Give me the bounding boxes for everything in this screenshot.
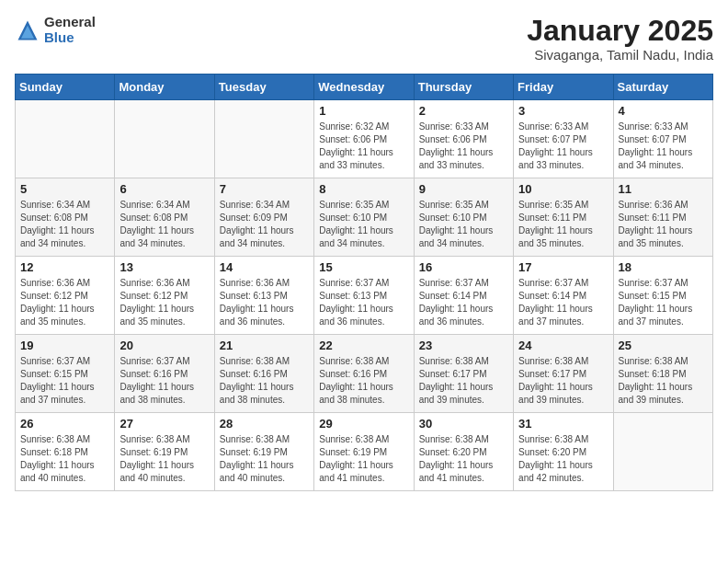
calendar-cell: 29Sunrise: 6:38 AM Sunset: 6:19 PM Dayli… — [314, 413, 414, 491]
header-friday: Friday — [514, 75, 613, 100]
day-number: 31 — [518, 417, 608, 431]
day-number: 24 — [518, 339, 608, 352]
calendar-cell: 7Sunrise: 6:34 AM Sunset: 6:09 PM Daylig… — [214, 178, 313, 257]
day-info: Sunrise: 6:32 AM Sunset: 6:06 PM Dayligh… — [319, 121, 408, 172]
calendar-body: 1Sunrise: 6:32 AM Sunset: 6:06 PM Daylig… — [16, 100, 713, 491]
day-info: Sunrise: 6:33 AM Sunset: 6:07 PM Dayligh… — [518, 121, 608, 172]
calendar-cell: 12Sunrise: 6:36 AM Sunset: 6:12 PM Dayli… — [16, 257, 115, 335]
header-monday: Monday — [115, 75, 214, 100]
calendar-cell: 15Sunrise: 6:37 AM Sunset: 6:13 PM Dayli… — [314, 257, 414, 335]
day-info: Sunrise: 6:38 AM Sunset: 6:17 PM Dayligh… — [518, 355, 608, 407]
calendar-cell: 24Sunrise: 6:38 AM Sunset: 6:17 PM Dayli… — [514, 335, 613, 413]
calendar-cell: 16Sunrise: 6:37 AM Sunset: 6:14 PM Dayli… — [414, 257, 513, 335]
day-info: Sunrise: 6:38 AM Sunset: 6:16 PM Dayligh… — [319, 355, 408, 407]
calendar-title: January 2025 — [527, 15, 713, 47]
day-number: 22 — [319, 339, 408, 352]
header-tuesday: Tuesday — [214, 75, 313, 100]
week-row-1: 5Sunrise: 6:34 AM Sunset: 6:08 PM Daylig… — [16, 178, 713, 257]
day-info: Sunrise: 6:34 AM Sunset: 6:08 PM Dayligh… — [119, 199, 209, 250]
day-info: Sunrise: 6:38 AM Sunset: 6:18 PM Dayligh… — [20, 433, 109, 485]
calendar-cell: 14Sunrise: 6:36 AM Sunset: 6:13 PM Dayli… — [214, 257, 313, 335]
day-info: Sunrise: 6:35 AM Sunset: 6:11 PM Dayligh… — [518, 199, 608, 250]
day-info: Sunrise: 6:33 AM Sunset: 6:06 PM Dayligh… — [419, 121, 508, 172]
day-number: 29 — [319, 417, 408, 431]
calendar-cell: 6Sunrise: 6:34 AM Sunset: 6:08 PM Daylig… — [115, 178, 214, 257]
calendar-cell: 11Sunrise: 6:36 AM Sunset: 6:11 PM Dayli… — [613, 178, 712, 257]
day-number: 3 — [518, 104, 608, 118]
calendar-cell: 20Sunrise: 6:37 AM Sunset: 6:16 PM Dayli… — [115, 335, 214, 413]
day-number: 4 — [619, 104, 708, 118]
page-header: General Blue January 2025 Sivaganga, Tam… — [15, 15, 713, 63]
day-info: Sunrise: 6:35 AM Sunset: 6:10 PM Dayligh… — [419, 199, 508, 250]
day-info: Sunrise: 6:34 AM Sunset: 6:09 PM Dayligh… — [220, 199, 309, 250]
day-number: 6 — [119, 182, 209, 196]
header-thursday: Thursday — [414, 75, 513, 100]
calendar-header: SundayMondayTuesdayWednesdayThursdayFrid… — [16, 75, 713, 100]
calendar-cell: 9Sunrise: 6:35 AM Sunset: 6:10 PM Daylig… — [414, 178, 513, 257]
header-saturday: Saturday — [613, 75, 712, 100]
week-row-2: 12Sunrise: 6:36 AM Sunset: 6:12 PM Dayli… — [16, 257, 713, 335]
day-info: Sunrise: 6:34 AM Sunset: 6:08 PM Dayligh… — [20, 199, 109, 250]
day-info: Sunrise: 6:37 AM Sunset: 6:15 PM Dayligh… — [619, 277, 708, 328]
day-number: 9 — [419, 182, 508, 196]
calendar-cell — [613, 413, 712, 491]
day-info: Sunrise: 6:38 AM Sunset: 6:18 PM Dayligh… — [619, 355, 708, 407]
calendar-cell: 28Sunrise: 6:38 AM Sunset: 6:19 PM Dayli… — [214, 413, 313, 491]
calendar-cell: 22Sunrise: 6:38 AM Sunset: 6:16 PM Dayli… — [314, 335, 414, 413]
day-info: Sunrise: 6:38 AM Sunset: 6:19 PM Dayligh… — [319, 433, 408, 485]
day-number: 18 — [619, 260, 708, 274]
day-info: Sunrise: 6:38 AM Sunset: 6:17 PM Dayligh… — [419, 355, 508, 407]
header-row: SundayMondayTuesdayWednesdayThursdayFrid… — [16, 75, 713, 100]
week-row-4: 26Sunrise: 6:38 AM Sunset: 6:18 PM Dayli… — [16, 413, 713, 491]
week-row-3: 19Sunrise: 6:37 AM Sunset: 6:15 PM Dayli… — [16, 335, 713, 413]
header-sunday: Sunday — [16, 75, 115, 100]
day-number: 23 — [419, 339, 508, 352]
day-number: 11 — [619, 182, 708, 196]
calendar-cell: 19Sunrise: 6:37 AM Sunset: 6:15 PM Dayli… — [16, 335, 115, 413]
calendar-cell: 17Sunrise: 6:37 AM Sunset: 6:14 PM Dayli… — [514, 257, 613, 335]
day-info: Sunrise: 6:38 AM Sunset: 6:16 PM Dayligh… — [220, 355, 309, 407]
day-number: 25 — [619, 339, 708, 352]
calendar-cell: 26Sunrise: 6:38 AM Sunset: 6:18 PM Dayli… — [16, 413, 115, 491]
logo-general-text: General — [44, 15, 96, 30]
logo: General Blue — [15, 15, 96, 45]
calendar-cell: 18Sunrise: 6:37 AM Sunset: 6:15 PM Dayli… — [613, 257, 712, 335]
calendar-cell: 5Sunrise: 6:34 AM Sunset: 6:08 PM Daylig… — [16, 178, 115, 257]
day-info: Sunrise: 6:33 AM Sunset: 6:07 PM Dayligh… — [619, 121, 708, 172]
day-info: Sunrise: 6:38 AM Sunset: 6:19 PM Dayligh… — [119, 433, 209, 485]
day-info: Sunrise: 6:37 AM Sunset: 6:13 PM Dayligh… — [319, 277, 408, 328]
day-info: Sunrise: 6:38 AM Sunset: 6:19 PM Dayligh… — [220, 433, 309, 485]
calendar-cell: 27Sunrise: 6:38 AM Sunset: 6:19 PM Dayli… — [115, 413, 214, 491]
calendar-cell: 1Sunrise: 6:32 AM Sunset: 6:06 PM Daylig… — [314, 100, 414, 178]
day-number: 30 — [419, 417, 508, 431]
calendar-cell: 21Sunrise: 6:38 AM Sunset: 6:16 PM Dayli… — [214, 335, 313, 413]
day-number: 16 — [419, 260, 508, 274]
header-wednesday: Wednesday — [314, 75, 414, 100]
calendar-cell: 4Sunrise: 6:33 AM Sunset: 6:07 PM Daylig… — [613, 100, 712, 178]
day-number: 10 — [518, 182, 608, 196]
calendar-cell: 25Sunrise: 6:38 AM Sunset: 6:18 PM Dayli… — [613, 335, 712, 413]
day-number: 17 — [518, 260, 608, 274]
calendar-cell: 3Sunrise: 6:33 AM Sunset: 6:07 PM Daylig… — [514, 100, 613, 178]
calendar-cell — [16, 100, 115, 178]
day-number: 1 — [319, 104, 408, 118]
day-number: 5 — [20, 182, 109, 196]
day-number: 2 — [419, 104, 508, 118]
calendar-cell: 23Sunrise: 6:38 AM Sunset: 6:17 PM Dayli… — [414, 335, 513, 413]
day-info: Sunrise: 6:36 AM Sunset: 6:12 PM Dayligh… — [20, 277, 109, 328]
calendar-cell: 10Sunrise: 6:35 AM Sunset: 6:11 PM Dayli… — [514, 178, 613, 257]
day-number: 27 — [119, 417, 209, 431]
logo-icon — [15, 17, 40, 43]
day-number: 21 — [220, 339, 309, 352]
calendar-cell: 8Sunrise: 6:35 AM Sunset: 6:10 PM Daylig… — [314, 178, 414, 257]
logo-blue-text: Blue — [44, 30, 96, 46]
logo-text: General Blue — [44, 15, 96, 45]
day-number: 20 — [119, 339, 209, 352]
calendar-cell: 13Sunrise: 6:36 AM Sunset: 6:12 PM Dayli… — [115, 257, 214, 335]
day-info: Sunrise: 6:36 AM Sunset: 6:12 PM Dayligh… — [119, 277, 209, 328]
day-number: 15 — [319, 260, 408, 274]
day-info: Sunrise: 6:37 AM Sunset: 6:16 PM Dayligh… — [119, 355, 209, 407]
day-number: 26 — [20, 417, 109, 431]
day-number: 19 — [20, 339, 109, 352]
day-info: Sunrise: 6:37 AM Sunset: 6:15 PM Dayligh… — [20, 355, 109, 407]
